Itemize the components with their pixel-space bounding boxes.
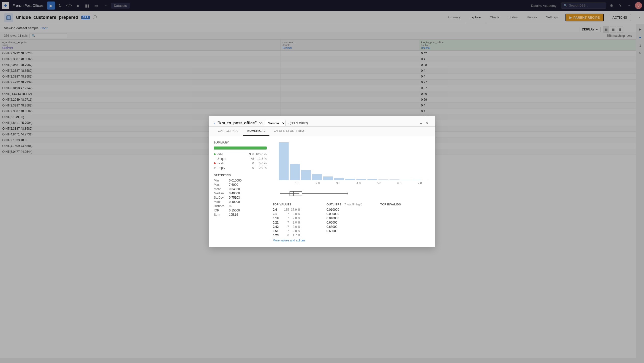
svg-rect-17 bbox=[334, 178, 344, 180]
top-values-col: TOP VALUES 0.413537.9 % 0.172.0 % 0.1972… bbox=[273, 203, 323, 242]
modal-tab-categorical[interactable]: CATEGORICAL bbox=[214, 127, 243, 136]
valid-count: 356 bbox=[244, 153, 254, 156]
top-val-row: 0.413537.9 % bbox=[273, 208, 323, 211]
outliers-col: OUTLIERS (7 low, 54 high) 0.010000 0.030… bbox=[327, 203, 376, 242]
top-val-row: 0.4272.0 % bbox=[273, 225, 323, 229]
histogram: 1.0 2.0 3.0 4.0 5.0 6.0 7.0 bbox=[273, 141, 430, 186]
modal-close-button[interactable]: × bbox=[424, 120, 430, 126]
box-plot bbox=[273, 187, 430, 200]
svg-rect-21 bbox=[379, 179, 388, 180]
modal-tabs: CATEGORICAL NUMERICAL VALUES CLUSTERING bbox=[209, 127, 435, 136]
svg-text:7.0: 7.0 bbox=[418, 181, 422, 185]
svg-text:4.0: 4.0 bbox=[356, 181, 361, 185]
stat-stddev: StdDev0.75103 bbox=[214, 196, 267, 199]
outlier-row: 0.69000 bbox=[327, 229, 376, 233]
stats-panel: SUMMARY Valid 356 100.0 % Unique bbox=[214, 141, 267, 242]
top-values-title: TOP VALUES bbox=[273, 203, 323, 206]
svg-text:5.0: 5.0 bbox=[377, 181, 381, 185]
outlier-row: 0.010000 bbox=[327, 208, 376, 211]
svg-rect-18 bbox=[345, 179, 355, 180]
invalid-row: Invalid 0 0.0 % bbox=[214, 162, 267, 165]
outliers-subtitle: (7 low, 54 high) bbox=[344, 203, 363, 206]
valid-pct: 100.0 % bbox=[254, 153, 267, 156]
modal-tab-clustering[interactable]: VALUES CLUSTERING bbox=[269, 127, 309, 136]
invalid-label: Invalid bbox=[214, 162, 244, 165]
modal: ‹ "km_to_post_office" on Sample - (99 di… bbox=[209, 116, 435, 247]
valid-row: Valid 356 100.0 % bbox=[214, 153, 267, 156]
unique-row: Unique 48 13.5 % bbox=[214, 157, 267, 161]
top-val-row: 0.2172.0 % bbox=[273, 221, 323, 224]
top-val-row: 0.5172.0 % bbox=[273, 229, 323, 233]
svg-rect-23 bbox=[401, 180, 411, 180]
modal-tab-numerical[interactable]: NUMERICAL bbox=[243, 127, 269, 136]
svg-rect-12 bbox=[279, 142, 289, 180]
svg-text:6.0: 6.0 bbox=[397, 181, 402, 185]
svg-rect-14 bbox=[301, 170, 311, 180]
progress-bar-fill bbox=[214, 147, 267, 150]
modal-back-button[interactable]: ‹ bbox=[214, 121, 215, 126]
outlier-row: 0.68000 bbox=[327, 225, 376, 229]
valid-label: Valid bbox=[214, 153, 244, 156]
modal-on-label: on bbox=[259, 121, 263, 125]
top-val-row: 0.172.0 % bbox=[273, 212, 323, 216]
invalid-pct: 0.0 % bbox=[254, 162, 267, 165]
svg-rect-15 bbox=[312, 174, 322, 180]
outliers-title: OUTLIERS bbox=[327, 203, 342, 206]
svg-rect-24 bbox=[412, 180, 422, 180]
svg-rect-16 bbox=[323, 176, 333, 180]
top-invalids-title: TOP INVALIDS bbox=[380, 203, 430, 206]
svg-text:2.0: 2.0 bbox=[316, 181, 320, 185]
outlier-row: 0.66000 bbox=[327, 221, 376, 224]
svg-rect-19 bbox=[356, 179, 366, 180]
statistics-title: STATISTICS bbox=[214, 174, 267, 177]
invalid-dot bbox=[214, 162, 216, 164]
unique-pct: 13.5 % bbox=[254, 157, 267, 161]
top-invalids-col: TOP INVALIDS bbox=[380, 203, 430, 242]
more-values-link[interactable]: More values and actions bbox=[273, 239, 323, 242]
outlier-row: 0.040000 bbox=[327, 216, 376, 220]
stat-distinct: Distinct99 bbox=[214, 204, 267, 208]
modal-body: SUMMARY Valid 356 100.0 % Unique bbox=[209, 136, 435, 247]
statistics-section: STATISTICS Min0.010000 Max7.6000 Mean0.5… bbox=[214, 174, 267, 216]
modal-overlay[interactable]: ‹ "km_to_post_office" on Sample - (99 di… bbox=[0, 0, 644, 363]
empty-dot bbox=[214, 167, 216, 169]
top-val-row: 0.2361.7 % bbox=[273, 234, 323, 237]
stat-median: Median0.40000 bbox=[214, 192, 267, 195]
stat-max: Max7.6000 bbox=[214, 183, 267, 187]
unique-label: Unique bbox=[214, 157, 244, 161]
svg-rect-13 bbox=[290, 164, 300, 180]
modal-sample-select[interactable]: Sample bbox=[265, 120, 286, 126]
unique-count: 48 bbox=[244, 157, 254, 161]
summary-title: SUMMARY bbox=[214, 141, 267, 144]
empty-pct: 0.0 % bbox=[254, 166, 267, 170]
modal-distinct-label: - (99 distinct) bbox=[288, 121, 308, 125]
svg-text:3.0: 3.0 bbox=[336, 181, 340, 185]
data-columns: TOP VALUES 0.413537.9 % 0.172.0 % 0.1972… bbox=[273, 203, 430, 242]
modal-header: ‹ "km_to_post_office" on Sample - (99 di… bbox=[209, 116, 435, 127]
stat-iqr: IQR0.15000 bbox=[214, 209, 267, 212]
stat-mode: Mode0.40000 bbox=[214, 200, 267, 204]
stat-min: Min0.010000 bbox=[214, 179, 267, 182]
svg-rect-20 bbox=[368, 179, 377, 180]
svg-text:1.0: 1.0 bbox=[295, 181, 300, 185]
empty-label: Empty bbox=[214, 166, 244, 170]
progress-bar bbox=[214, 147, 267, 150]
empty-count: 0 bbox=[244, 166, 254, 170]
outlier-row: 0.030000 bbox=[327, 212, 376, 216]
valid-dot bbox=[214, 153, 216, 155]
svg-rect-22 bbox=[390, 179, 399, 180]
stat-sum: Sum195.16 bbox=[214, 213, 267, 216]
modal-col-name: "km_to_post_office" bbox=[217, 121, 257, 125]
modal-minimize-button[interactable]: – bbox=[418, 120, 424, 126]
top-val-row: 0.1972.0 % bbox=[273, 216, 323, 220]
stat-mean: Mean0.54820 bbox=[214, 187, 267, 191]
empty-row: Empty 0 0.0 % bbox=[214, 166, 267, 170]
chart-panel: 1.0 2.0 3.0 4.0 5.0 6.0 7.0 bbox=[273, 141, 430, 242]
invalid-count: 0 bbox=[244, 162, 254, 165]
